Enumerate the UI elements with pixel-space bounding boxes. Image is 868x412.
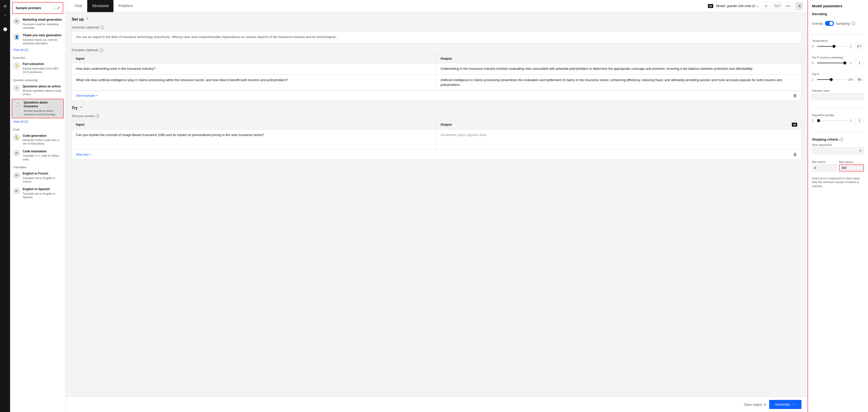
question-icon: ? [13,84,20,92]
refresh-icon: ↺ [764,403,766,407]
instruction-label: Instruction (optional) [71,26,99,29]
temperature-value[interactable]: 0.7 [855,43,864,49]
sidebar-title: Sample prompts [16,6,41,10]
try-table: Input: Output: AI Can you explain the co… [71,120,801,160]
top-p-slider[interactable] [817,63,848,63]
hash-icon-btn[interactable]: # [762,2,770,10]
sampling-info-icon[interactable]: i [851,22,855,25]
generate-btn[interactable]: Generate → [769,400,801,409]
instruction-info-icon[interactable]: i [101,26,104,29]
rep-value[interactable]: 1 [855,117,864,124]
left-icon-arrow[interactable]: ↔ [1,11,9,19]
tab-freeform[interactable]: Freeform [114,0,138,12]
delete-test-icon[interactable]: 🗑 [793,152,797,157]
topnav-right: AI Model: granite-13b-chat-v2 ⌄ # TXT </… [708,2,803,10]
repetition-slider-row: 1 2 1 [812,117,864,124]
example-input-1[interactable]: How does underwriting work in the insura… [72,63,437,74]
try-output-header: Output: AI [437,120,801,129]
stopping-info-icon[interactable]: i [839,138,843,141]
toggle-track[interactable] [825,21,834,26]
add-stop-seq-btn[interactable]: + [857,147,864,154]
sidebar-item-codetrans-desc: Translate C++ code to Python code. [23,154,62,161]
sidebar-item-thankyou-desc: Generate thank you note for workshop att… [23,38,62,45]
txt-icon-btn[interactable]: TXT [773,2,781,10]
sidebar-item-fact-desc: Extract information from SEC 10-K senten… [23,67,62,74]
table-row: What role does artificial intelligence p… [72,74,801,91]
code-trans-icon: ⇄ [13,149,20,157]
sidebar-nav-prev[interactable]: ‹ [54,6,55,10]
sidebar-item-french-title: English to French [23,172,62,176]
left-icon-panels[interactable]: ⊞ [1,2,9,10]
top-k-slider[interactable] [817,79,846,80]
sampling-toggle[interactable] [825,21,834,26]
min-tokens-input[interactable] [812,165,837,172]
code-icon-btn[interactable]: </> [784,2,793,10]
example-input-2[interactable]: What role does artificial intelligence p… [72,74,437,91]
max-tokens-input[interactable] [839,165,864,172]
sidebar-item-questions-insurance[interactable]: 📋 Questions about insurance Answer quest… [11,99,64,118]
temperature-block: Temperature 0 2 0.7 [812,39,864,50]
temperature-min: 0 [812,45,815,48]
sidebar-item-questions-article[interactable]: ? Questions about an article Answer ques… [10,82,65,98]
delete-example-icon[interactable]: 🗑 [793,94,797,98]
top-k-min: 1 [812,78,815,81]
random-seed-input[interactable] [812,93,864,100]
email-icon: ✉ [13,18,20,25]
temperature-slider[interactable] [817,46,848,46]
clear-output-label: Clear output [744,403,762,407]
top-p-min: 0 [812,62,815,65]
left-icon-clock[interactable]: 🕐 [1,25,9,33]
test-prompt-info-icon[interactable]: i [96,114,99,118]
examples-label: Examples (optional) [71,48,98,52]
model-label: Model: granite-13b-chat-v2 ⌄ [716,4,759,8]
try-chevron[interactable]: ⌃ [80,106,83,110]
translation-label: Translation [10,163,65,170]
view-all-qa[interactable]: View all (3) [10,119,31,126]
top-p-max: 1 [850,62,853,65]
instruction-label-row: Instruction (optional) i [71,26,801,29]
examples-info-icon[interactable]: i [100,48,103,52]
try-table-header: Input: Output: AI [72,120,801,130]
sidebar-item-marketing-email[interactable]: ✉ Marketing email generation Generate em… [10,16,65,32]
arrow-icon: → [792,403,796,407]
main-area: Chat Structured Freeform AI Model: grani… [66,0,807,412]
clear-output-btn[interactable]: Clear output ↺ [744,403,766,407]
sidebar-expand-icon[interactable]: ⤢ [57,6,60,10]
setup-chevron[interactable]: ⌃ [86,18,89,22]
tab-structured[interactable]: Structured [87,0,114,12]
ai-badge: AI [708,4,713,8]
sidebar-item-thankyou[interactable]: 👤 Thank you note generation Generate tha… [10,32,65,47]
top-k-fill [817,79,831,80]
try-input-1[interactable]: Can you explain the concept of Usage-Bas… [72,130,437,149]
repetition-slider[interactable] [817,121,848,121]
extraction-label: Extraction [10,54,65,60]
sidebar-item-english-french[interactable]: ⇄ English to French Translate text in En… [10,170,65,185]
view-all-general[interactable]: View all (3) [10,47,31,54]
decoding-toggle-row: Greedy Sampling i [812,21,864,26]
examples-label-row: Examples (optional) i [71,48,801,52]
sidebar-item-code-generation[interactable]: 🐍 Code generation Generate Python code f… [10,132,65,147]
instruction-box[interactable]: You are an expert in the field of insura… [71,31,801,43]
tab-chat[interactable]: Chat [69,0,87,12]
chevron-down-icon[interactable]: ⌄ [756,4,759,8]
sampling-label: Sampling [836,22,849,26]
sidebar-section-extraction: Extraction ⚡ Fact extraction Extract inf… [10,54,65,76]
top-k-slider-row: 1 100 50 [812,76,864,82]
insurance-icon: 📋 [14,101,21,108]
new-test-btn[interactable]: New test + [76,152,92,157]
top-p-value[interactable]: 1 [855,60,864,66]
fact-icon: ⚡ [13,62,20,69]
stop-sequence-input[interactable] [812,147,856,154]
sidebar-item-fact-extraction[interactable]: ⚡ Fact extraction Extract information fr… [10,60,65,76]
add-example-btn[interactable]: Add example + [76,94,98,98]
sidebar-section-general: ✉ Marketing email generation Generate em… [10,16,65,54]
sidebar-item-english-spanish[interactable]: ⇄ English to Spanish Translate text in E… [10,185,65,201]
repetition-penalty-label: Repetition penalty [812,113,864,116]
temperature-max: 2 [850,45,853,48]
top-k-value[interactable]: 50 [855,76,864,82]
rep-thumb [817,119,820,122]
sidebar-item-code-translation[interactable]: ⇄ Code translation Translate C++ code to… [10,147,65,163]
close-panel-btn[interactable]: ✕ [796,2,803,10]
examples-table: Input: Output: How does underwriting wor… [71,54,801,101]
try-input-header: Input: [72,120,437,129]
